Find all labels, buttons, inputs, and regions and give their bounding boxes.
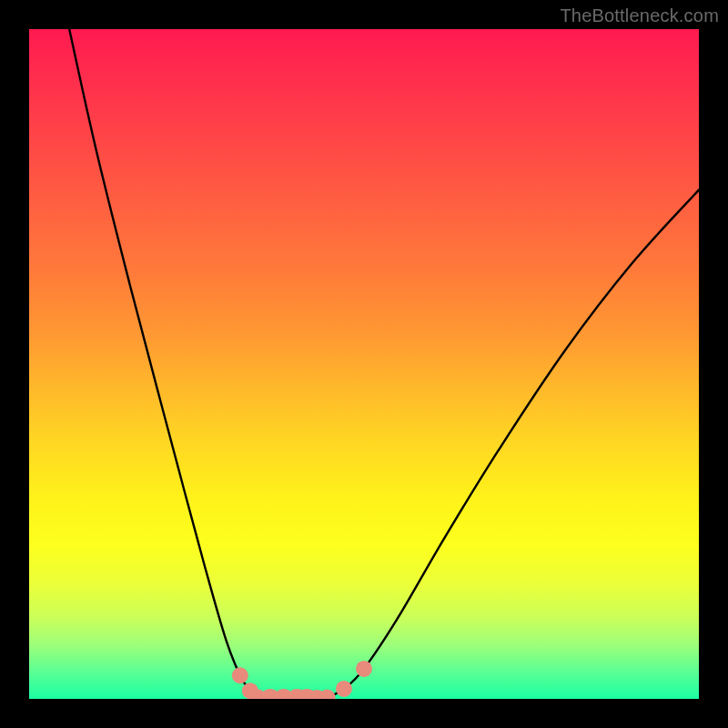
plot-area <box>29 29 699 699</box>
curve-marker <box>356 661 372 677</box>
curve-marker <box>232 667 248 683</box>
watermark-text: TheBottleneck.com <box>560 5 719 26</box>
curve-markers <box>232 661 372 699</box>
curve-marker <box>336 681 352 697</box>
curve-marker <box>319 690 336 699</box>
chart-frame: TheBottleneck.com <box>0 0 728 728</box>
curve-layer <box>29 29 699 699</box>
bottleneck-curve <box>69 29 699 699</box>
